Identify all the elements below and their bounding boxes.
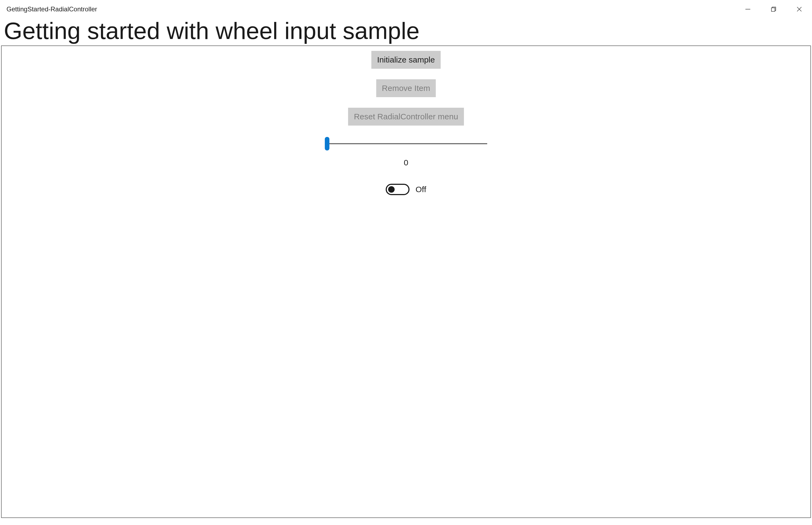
slider-thumb[interactable] [325,137,329,150]
controls-stack: Initialize sample Remove Item Reset Radi… [325,51,487,195]
content-frame: Initialize sample Remove Item Reset Radi… [1,45,811,518]
page-title: Getting started with wheel input sample [4,18,808,43]
minimize-icon [745,6,751,12]
toggle-label: Off [416,185,426,194]
app-title: GettingStarted-RadialController [6,5,97,13]
page-header: Getting started with wheel input sample [0,18,812,45]
toggle-row: Off [386,184,426,195]
slider-track [325,143,487,144]
remove-item-button[interactable]: Remove Item [376,79,436,97]
maximize-button[interactable] [761,0,786,18]
slider-value-label: 0 [404,158,408,167]
initialize-button[interactable]: Initialize sample [371,51,440,69]
toggle-switch[interactable] [386,184,409,195]
titlebar: GettingStarted-RadialController [0,0,812,18]
minimize-button[interactable] [735,0,761,18]
window-controls [735,0,812,18]
value-slider[interactable] [325,139,487,149]
toggle-knob [388,186,395,193]
close-icon [796,6,802,12]
close-button[interactable] [786,0,812,18]
reset-menu-button[interactable]: Reset RadialController menu [348,108,464,125]
maximize-icon [771,6,777,12]
svg-rect-1 [771,8,775,11]
